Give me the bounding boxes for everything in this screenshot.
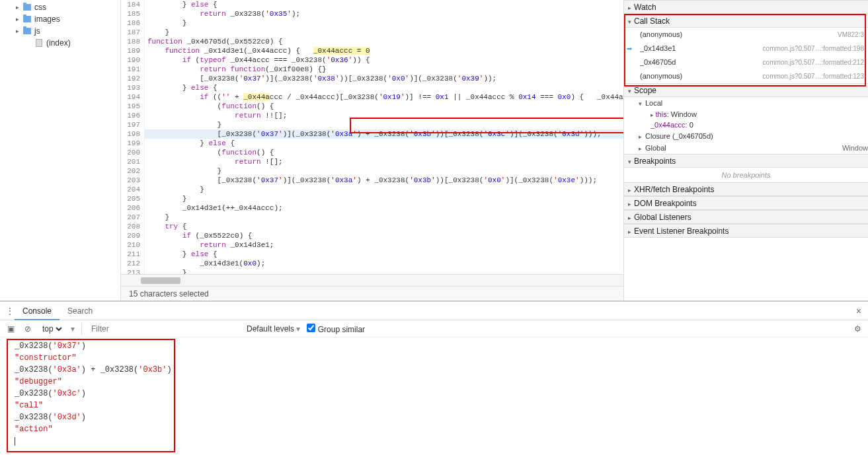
clear-console-icon[interactable]: ⊘ — [22, 324, 33, 333]
stack-frame[interactable]: _0x46705dcommon.js?0.507…:formatted:212 — [624, 55, 868, 69]
tab-console[interactable]: Console — [15, 302, 59, 320]
sidebar-toggle-icon[interactable]: ▣ — [5, 324, 16, 333]
folder-icon — [23, 28, 31, 34]
context-select[interactable]: top — [40, 324, 64, 334]
file-tree: ▸css ▸images ▸js (index) — [0, 0, 121, 300]
stack-frame[interactable]: _0x14d3e1common.js?0.507…:formatted:198 — [624, 42, 868, 55]
line-gutter: 1841851861871881891901911921931941951961… — [121, 0, 145, 274]
tree-item-css[interactable]: ▸css — [0, 1, 120, 13]
drawer-tabs: ⋮ Console Search × — [0, 302, 868, 320]
tree-label: images — [34, 15, 60, 24]
tree-label: (index) — [46, 38, 71, 48]
levels-select[interactable]: Default levels ▾ — [247, 324, 300, 333]
scope-section[interactable]: ▾Scope — [624, 83, 868, 97]
console-line: ›_0x3238('0x3d') — [0, 411, 868, 423]
debugger-panel: ▸Watch ▾Call Stack (anonymous)VM822:3_0x… — [623, 0, 868, 300]
tree-label: css — [34, 3, 46, 12]
status-bar: 15 characters selected — [121, 286, 623, 300]
tree-item-index[interactable]: (index) — [0, 37, 120, 49]
console-line: ‹"debugger" — [0, 376, 868, 388]
scope-section-item[interactable]: ▸Closure (_0x46705d) — [624, 130, 868, 142]
callstack-section[interactable]: ▾Call Stack — [624, 14, 868, 28]
folder-icon — [23, 16, 31, 22]
file-icon — [36, 39, 42, 47]
menu-icon[interactable]: ⋮ — [5, 306, 15, 316]
stack-frame[interactable]: (anonymous)VM822:3 — [624, 28, 868, 42]
tree-label: js — [34, 26, 40, 36]
group-similar-checkbox[interactable]: Group similar — [307, 324, 365, 334]
console-line: ‹"call" — [0, 400, 868, 411]
close-icon[interactable]: × — [856, 306, 861, 316]
code-body[interactable]: } else { return _0x3238('0x35'); } }func… — [145, 0, 623, 274]
panel-section[interactable]: ▸Event Listener Breakpoints — [624, 224, 868, 238]
console-output[interactable]: ›_0x3238('0x37')‹"constructor"›_0x3238('… — [0, 337, 868, 455]
console-line: ›_0x3238('0x37') — [0, 340, 868, 352]
scope-variable[interactable]: ▸ this: Window — [624, 109, 868, 120]
panel-section[interactable]: ▸XHR/fetch Breakpoints — [624, 182, 868, 196]
tree-item-js[interactable]: ▸js — [0, 25, 120, 37]
gear-icon[interactable]: ⚙ — [854, 324, 861, 333]
scope-variable[interactable]: _0x44accc: 0 — [624, 120, 868, 130]
scope-section-item[interactable]: ▾Local — [624, 97, 868, 109]
filter-input[interactable] — [89, 323, 193, 335]
console-prompt[interactable]: › — [0, 435, 868, 447]
tab-search[interactable]: Search — [59, 302, 100, 320]
panel-section[interactable]: ▸DOM Breakpoints — [624, 196, 868, 210]
no-breakpoints: No breakpoints — [624, 168, 868, 182]
horizontal-scrollbar[interactable] — [121, 274, 623, 286]
console-toolbar: ▣ ⊘ top ▾ Default levels ▾ Group similar… — [0, 320, 868, 337]
panel-section[interactable]: ▸Global Listeners — [624, 210, 868, 224]
folder-icon — [23, 4, 31, 11]
console-line: ‹"action" — [0, 423, 868, 435]
scope-section-item[interactable]: ▸GlobalWindow — [624, 142, 868, 154]
watch-section[interactable]: ▸Watch — [624, 0, 868, 14]
breakpoints-section[interactable]: ▾Breakpoints — [624, 154, 868, 168]
console-line: ›_0x3238('0x3c') — [0, 388, 868, 400]
code-editor[interactable]: 1841851861871881891901911921931941951961… — [121, 0, 623, 300]
console-line: ›_0x3238('0x3a') + _0x3238('0x3b') — [0, 364, 868, 376]
tree-item-images[interactable]: ▸images — [0, 13, 120, 25]
console-line: ‹"constructor" — [0, 352, 868, 364]
stack-frame[interactable]: (anonymous)common.js?0.507…:formatted:12… — [624, 69, 868, 83]
